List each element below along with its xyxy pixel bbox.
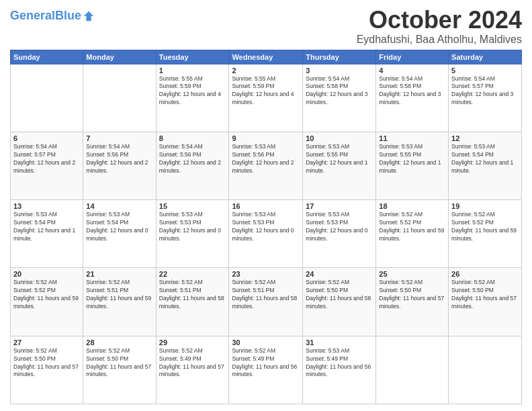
calendar-cell: 4Sunrise: 5:54 AM Sunset: 5:58 PM Daylig… [376,64,449,132]
calendar-cell: 2Sunrise: 5:55 AM Sunset: 5:59 PM Daylig… [229,64,303,132]
calendar-cell: 24Sunrise: 5:52 AM Sunset: 5:50 PM Dayli… [303,268,376,336]
title-section: October 2024 Eydhafushi, Baa Atholhu, Ma… [357,7,522,46]
calendar-cell: 20Sunrise: 5:52 AM Sunset: 5:52 PM Dayli… [11,268,83,336]
day-info: Sunrise: 5:54 AM Sunset: 5:57 PM Dayligh… [451,75,519,107]
day-info: Sunrise: 5:52 AM Sunset: 5:51 PM Dayligh… [86,279,152,311]
day-info: Sunrise: 5:53 AM Sunset: 5:49 PM Dayligh… [306,347,373,379]
calendar-cell: 16Sunrise: 5:53 AM Sunset: 5:53 PM Dayli… [229,200,303,268]
day-number: 5 [451,66,519,75]
calendar-cell: 18Sunrise: 5:52 AM Sunset: 5:52 PM Dayli… [376,200,449,268]
day-number: 11 [379,134,445,142]
day-info: Sunrise: 5:54 AM Sunset: 5:56 PM Dayligh… [86,143,152,175]
day-info: Sunrise: 5:53 AM Sunset: 5:53 PM Dayligh… [232,211,300,243]
calendar-cell: 25Sunrise: 5:52 AM Sunset: 5:50 PM Dayli… [376,268,449,336]
weekday-header-sunday: Sunday [11,50,83,64]
day-number: 8 [159,134,226,142]
day-number: 2 [232,66,300,75]
day-info: Sunrise: 5:52 AM Sunset: 5:49 PM Dayligh… [232,347,300,379]
calendar-cell: 13Sunrise: 5:53 AM Sunset: 5:54 PM Dayli… [11,200,83,268]
day-info: Sunrise: 5:52 AM Sunset: 5:50 PM Dayligh… [13,347,80,379]
day-number: 21 [86,270,152,278]
logo-text: GeneralBlue [10,9,81,23]
day-info: Sunrise: 5:52 AM Sunset: 5:52 PM Dayligh… [451,211,519,243]
day-number: 24 [306,270,373,278]
calendar-cell [11,64,83,132]
day-number: 17 [306,202,373,210]
day-info: Sunrise: 5:52 AM Sunset: 5:52 PM Dayligh… [13,279,80,311]
weekday-header-row: SundayMondayTuesdayWednesdayThursdayFrid… [11,50,522,64]
day-info: Sunrise: 5:52 AM Sunset: 5:50 PM Dayligh… [379,279,445,311]
day-info: Sunrise: 5:55 AM Sunset: 5:59 PM Dayligh… [159,75,226,107]
weekday-header-tuesday: Tuesday [156,50,229,64]
calendar-cell: 8Sunrise: 5:54 AM Sunset: 5:56 PM Daylig… [156,132,229,199]
day-info: Sunrise: 5:53 AM Sunset: 5:53 PM Dayligh… [306,211,373,243]
week-row-2: 6Sunrise: 5:54 AM Sunset: 5:57 PM Daylig… [11,132,522,199]
calendar-cell [376,336,449,404]
day-number: 12 [451,134,519,142]
day-info: Sunrise: 5:53 AM Sunset: 5:55 PM Dayligh… [379,143,445,175]
day-info: Sunrise: 5:54 AM Sunset: 5:57 PM Dayligh… [13,143,80,175]
calendar-cell: 5Sunrise: 5:54 AM Sunset: 5:57 PM Daylig… [449,64,522,132]
day-info: Sunrise: 5:53 AM Sunset: 5:55 PM Dayligh… [306,143,373,175]
calendar-cell: 26Sunrise: 5:52 AM Sunset: 5:50 PM Dayli… [449,268,522,336]
day-info: Sunrise: 5:52 AM Sunset: 5:49 PM Dayligh… [159,347,226,379]
day-info: Sunrise: 5:52 AM Sunset: 5:50 PM Dayligh… [86,347,152,379]
day-number: 10 [306,134,373,142]
calendar-cell [449,336,522,404]
calendar-cell: 12Sunrise: 5:53 AM Sunset: 5:54 PM Dayli… [449,132,522,199]
logo-icon [83,10,95,22]
day-info: Sunrise: 5:52 AM Sunset: 5:51 PM Dayligh… [159,279,226,311]
week-row-5: 27Sunrise: 5:52 AM Sunset: 5:50 PM Dayli… [11,336,522,404]
day-number: 31 [306,338,373,347]
day-number: 23 [232,270,300,278]
week-row-4: 20Sunrise: 5:52 AM Sunset: 5:52 PM Dayli… [11,268,522,336]
weekday-header-friday: Friday [376,50,449,64]
day-number: 26 [451,270,519,278]
calendar-cell: 27Sunrise: 5:52 AM Sunset: 5:50 PM Dayli… [11,336,83,404]
logo: GeneralBlue [10,9,95,23]
day-info: Sunrise: 5:53 AM Sunset: 5:56 PM Dayligh… [232,143,300,175]
day-number: 13 [13,202,80,210]
day-number: 1 [159,66,226,75]
calendar-cell: 22Sunrise: 5:52 AM Sunset: 5:51 PM Dayli… [156,268,229,336]
month-title: October 2024 [357,7,522,34]
day-info: Sunrise: 5:52 AM Sunset: 5:51 PM Dayligh… [232,279,300,311]
weekday-header-monday: Monday [83,50,156,64]
day-number: 16 [232,202,300,210]
day-number: 28 [86,338,152,347]
calendar-cell: 15Sunrise: 5:53 AM Sunset: 5:53 PM Dayli… [156,200,229,268]
header: GeneralBlue October 2024 Eydhafushi, Baa… [10,7,522,46]
day-number: 27 [13,338,80,347]
calendar-cell: 14Sunrise: 5:53 AM Sunset: 5:54 PM Dayli… [83,200,156,268]
weekday-header-thursday: Thursday [303,50,376,64]
week-row-3: 13Sunrise: 5:53 AM Sunset: 5:54 PM Dayli… [11,200,522,268]
day-info: Sunrise: 5:52 AM Sunset: 5:50 PM Dayligh… [306,279,373,311]
calendar-cell [83,64,156,132]
calendar-cell: 6Sunrise: 5:54 AM Sunset: 5:57 PM Daylig… [11,132,83,199]
calendar-cell: 21Sunrise: 5:52 AM Sunset: 5:51 PM Dayli… [83,268,156,336]
day-number: 29 [159,338,226,347]
calendar-cell: 3Sunrise: 5:54 AM Sunset: 5:58 PM Daylig… [303,64,376,132]
day-number: 19 [451,202,519,210]
calendar-cell: 7Sunrise: 5:54 AM Sunset: 5:56 PM Daylig… [83,132,156,199]
weekday-header-saturday: Saturday [449,50,522,64]
calendar-table: SundayMondayTuesdayWednesdayThursdayFrid… [10,50,522,404]
day-info: Sunrise: 5:55 AM Sunset: 5:59 PM Dayligh… [232,75,300,107]
day-number: 30 [232,338,300,347]
calendar-cell: 28Sunrise: 5:52 AM Sunset: 5:50 PM Dayli… [83,336,156,404]
calendar-cell: 9Sunrise: 5:53 AM Sunset: 5:56 PM Daylig… [229,132,303,199]
day-number: 6 [13,134,80,142]
day-number: 20 [13,270,80,278]
calendar-cell: 17Sunrise: 5:53 AM Sunset: 5:53 PM Dayli… [303,200,376,268]
calendar-cell: 31Sunrise: 5:53 AM Sunset: 5:49 PM Dayli… [303,336,376,404]
day-number: 18 [379,202,445,210]
svg-marker-0 [84,11,93,21]
day-number: 25 [379,270,445,278]
day-info: Sunrise: 5:53 AM Sunset: 5:54 PM Dayligh… [451,143,519,175]
day-info: Sunrise: 5:53 AM Sunset: 5:53 PM Dayligh… [159,211,226,243]
day-number: 14 [86,202,152,210]
day-number: 7 [86,134,152,142]
day-info: Sunrise: 5:52 AM Sunset: 5:50 PM Dayligh… [451,279,519,311]
day-number: 9 [232,134,300,142]
day-info: Sunrise: 5:54 AM Sunset: 5:56 PM Dayligh… [159,143,226,175]
